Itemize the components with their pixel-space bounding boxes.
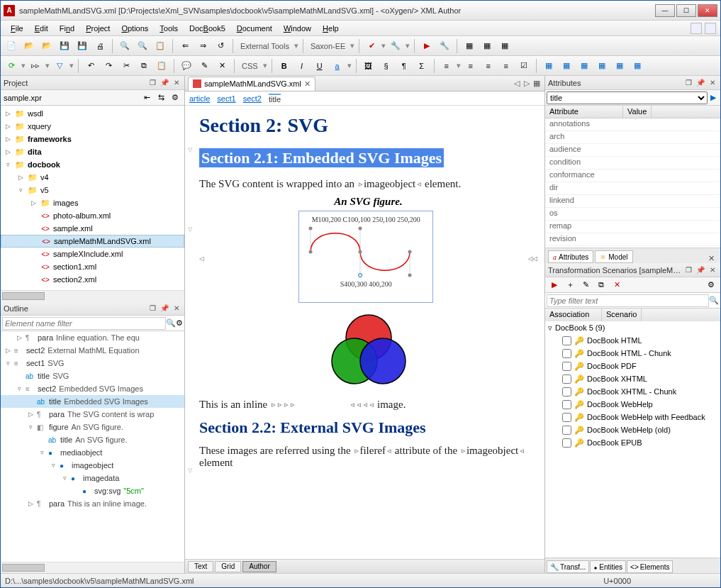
outline-restore-icon[interactable]: ❐ [147, 304, 157, 314]
tab-prev-icon[interactable]: ◁ [512, 79, 522, 88]
project-tree-item[interactable]: <>photo-album.xml [1, 209, 184, 222]
minimize-button[interactable]: — [655, 4, 675, 17]
nav-next-icon[interactable]: ◁◁ [528, 254, 537, 263]
list-item-icon[interactable]: ≡ [481, 58, 496, 74]
outline-item[interactable]: abtitleSVG [1, 370, 184, 382]
italic-icon[interactable]: I [294, 58, 310, 74]
settings-icon[interactable]: ⚙ [169, 91, 181, 104]
cut-icon[interactable]: ✂ [118, 58, 134, 74]
link-icon[interactable]: a [330, 58, 345, 74]
attr-pin-icon[interactable]: 📌 [695, 78, 705, 88]
scen-new-icon[interactable]: ＋ [564, 279, 576, 292]
project-hscroll[interactable] [1, 290, 184, 301]
redo-icon[interactable]: ↷ [101, 58, 116, 74]
attribute-row[interactable]: linkend [545, 195, 720, 208]
menu-project[interactable]: Project [80, 23, 116, 34]
image-icon[interactable]: 🖼 [361, 58, 376, 74]
attr-tabs-close-icon[interactable]: ✕ [705, 254, 717, 263]
list-ol-icon[interactable]: ≡ [463, 58, 479, 74]
outline-item[interactable]: ▷¶paraInline equation. The equ [1, 331, 184, 344]
attribute-row[interactable]: audience [545, 144, 720, 157]
outline-pin-icon[interactable]: 📌 [160, 304, 169, 314]
author-editor[interactable]: Section 2: SVG ▽ Section 2.1: Embedded S… [185, 106, 544, 559]
outline-item[interactable]: abtitleEmbedded SVG Images [1, 395, 184, 408]
table-icon[interactable]: ▦ [541, 58, 557, 74]
tool-icon-a[interactable]: ▦ [462, 38, 477, 54]
menu-document[interactable]: Document [231, 23, 278, 34]
restore-icon[interactable]: ❐ [147, 78, 157, 88]
scen-delete-icon[interactable]: ✕ [610, 279, 623, 292]
project-tree-item[interactable]: ▷📁v4 [1, 171, 184, 184]
menu-options[interactable]: Options [116, 23, 154, 34]
attribute-row[interactable]: conformance [545, 170, 720, 182]
menu-edit[interactable]: Edit [29, 23, 54, 34]
project-tree-item[interactable]: ▷📁xquery [1, 120, 184, 133]
view-tab-grid[interactable]: Grid [215, 561, 241, 572]
breadcrumb-sect1[interactable]: sect1 [217, 94, 235, 103]
scenario-group[interactable]: ▿ DocBook 5 (9) [545, 321, 720, 334]
project-tree-item[interactable]: <>section1.xml [1, 260, 184, 273]
outline-item[interactable]: ●svg:svg"5cm" [1, 484, 184, 497]
project-tree[interactable]: ▷📁wsdl▷📁xquery▷📁frameworks▷📁dita▿📁docboo… [1, 106, 184, 290]
attribute-row[interactable]: revision [545, 233, 720, 246]
perspective-icon-1[interactable] [691, 23, 702, 34]
outline-item[interactable]: ▿≡sect2Embedded SVG Images [1, 382, 184, 395]
outline-item[interactable]: ▿●mediaobject [1, 446, 184, 459]
breadcrumb-sect2[interactable]: sect2 [243, 94, 262, 103]
scenario-item[interactable]: 🔑DocBook XHTML - Chunk [545, 385, 720, 398]
outline-tree[interactable]: ▷¶paraInline equation. The equ▷≡sect2Ext… [1, 331, 184, 562]
transform-icon[interactable]: ▶ [419, 38, 435, 54]
save-all-icon[interactable]: 💾 [74, 38, 90, 54]
scenario-item[interactable]: 🔑DocBook HTML [545, 334, 720, 347]
scenario-tree[interactable]: ▿ DocBook 5 (9)🔑DocBook HTML🔑DocBook HTM… [545, 321, 720, 558]
scen-close-icon[interactable]: ✕ [708, 265, 717, 275]
list-var-icon[interactable]: ≡ [498, 58, 514, 74]
scen-settings-icon[interactable]: ⚙ [705, 279, 717, 292]
menu-file[interactable]: File [5, 23, 29, 34]
comment-icon[interactable]: 💬 [179, 58, 194, 74]
config-validate-icon[interactable]: 🔧 [388, 38, 403, 54]
print-icon[interactable]: 🖨 [92, 38, 108, 54]
outline-item[interactable]: ▷¶paraThe SVG content is wrap [1, 408, 184, 421]
math-icon[interactable]: Σ [414, 58, 430, 74]
project-tree-item[interactable]: ▷📁dita [1, 145, 184, 158]
list-check-icon[interactable]: ☑ [516, 58, 532, 74]
outline-item[interactable]: ▿●imagedata [1, 472, 184, 484]
fold-triangle-icon[interactable]: ▽ [188, 467, 192, 474]
tab-elements[interactable]: <> Elements [627, 560, 673, 573]
scenario-item[interactable]: 🔑DocBook WebHelp [545, 398, 720, 411]
table-col-icon[interactable]: ▦ [576, 58, 592, 74]
project-tree-item[interactable]: ▷📁frameworks [1, 133, 184, 145]
project-tree-item[interactable]: ▿📁v5 [1, 184, 184, 196]
delete-comment-icon[interactable]: ✕ [214, 58, 230, 74]
project-tree-item[interactable]: <>section2.xml [1, 273, 184, 286]
open-icon[interactable]: 📂 [21, 38, 37, 54]
outline-hscroll[interactable] [1, 562, 184, 573]
attr-close-icon[interactable]: ✕ [708, 78, 717, 88]
project-tree-item[interactable]: ▷📁images [1, 196, 184, 209]
project-tree-item[interactable]: <>sampleXInclude.xml [1, 248, 184, 260]
scen-run-icon[interactable]: ▶ [548, 279, 561, 292]
refresh-icon[interactable]: ⟳ [4, 58, 19, 74]
fold-triangle-icon[interactable]: ▽ [188, 226, 192, 233]
table-del-col-icon[interactable]: ▦ [612, 58, 627, 74]
attribute-row[interactable]: annotations [545, 118, 720, 131]
scen-restore-icon[interactable]: ❐ [683, 265, 693, 275]
last-mod-icon[interactable]: ↺ [213, 38, 228, 54]
project-tree-item[interactable]: ▷📁wsdl [1, 107, 184, 120]
attribute-go-icon[interactable]: ▶ [708, 93, 719, 102]
tab-entities[interactable]: ⬥ Entities [590, 560, 626, 573]
attribute-row[interactable]: arch [545, 131, 720, 144]
pin-icon[interactable]: 📌 [160, 78, 169, 88]
menu-help[interactable]: Help [317, 23, 345, 34]
find-replace-icon[interactable]: 🔍 [135, 38, 150, 54]
table-join-icon[interactable]: ▦ [630, 58, 645, 74]
list-ul-icon[interactable]: ≡ [439, 58, 454, 74]
maximize-button[interactable]: ☐ [676, 4, 696, 17]
document-tab[interactable]: sampleMathMLandSVG.xml ✕ [188, 77, 315, 91]
outline-filter-input[interactable] [2, 317, 166, 330]
breadcrumb-title[interactable]: title [269, 94, 281, 104]
nav-prev-icon[interactable]: ◁ [199, 254, 204, 263]
copy-icon[interactable]: ⧉ [136, 58, 152, 74]
project-tree-item[interactable]: ▿📁docbook [1, 158, 184, 171]
